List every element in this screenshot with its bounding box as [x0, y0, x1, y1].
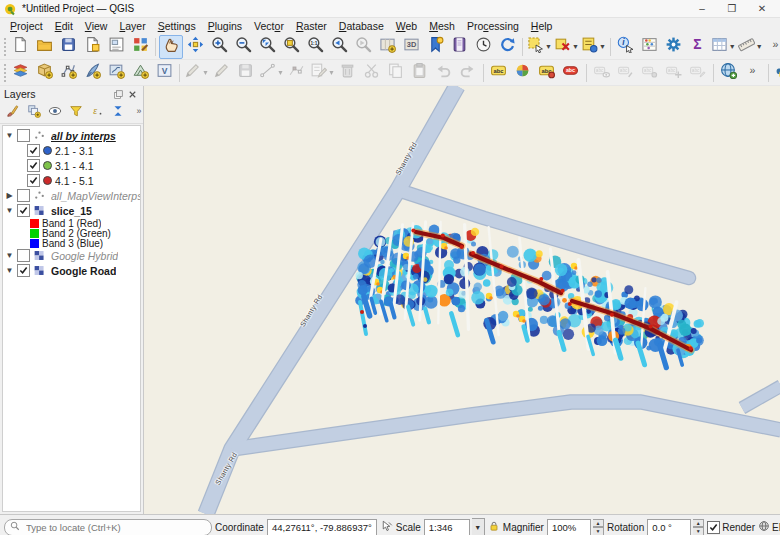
lock-scale-icon[interactable]: [488, 520, 500, 534]
new-spatial-bookmark-button[interactable]: [423, 35, 447, 59]
layer-visibility-checkbox[interactable]: [17, 129, 30, 142]
dropdown-arrow-icon[interactable]: ▼: [277, 69, 284, 76]
new-mesh-layer-button[interactable]: [128, 61, 152, 85]
python-console-button[interactable]: [772, 61, 780, 85]
measure-line-button[interactable]: ▼: [737, 35, 764, 59]
symbol-class-row[interactable]: 2.1 - 3.1: [3, 143, 140, 158]
layer-row[interactable]: ▼Google Road: [3, 263, 140, 278]
layer-row[interactable]: ▶all_MapViewInterps: [3, 188, 140, 203]
dropdown-arrow-icon[interactable]: ▼: [545, 43, 552, 50]
new-map-view-button[interactable]: [375, 35, 399, 59]
field-calculator-button[interactable]: [638, 35, 662, 59]
rotation-spinner[interactable]: ▲▼: [693, 519, 704, 535]
layer-row[interactable]: ▼all by interps: [3, 128, 140, 143]
filter-by-expression-button[interactable]: ε: [86, 102, 107, 123]
menu-plugins[interactable]: Plugins: [202, 19, 248, 33]
processing-toolbox-button[interactable]: [662, 35, 686, 59]
manage-map-themes-button[interactable]: [44, 102, 65, 123]
rotation-value[interactable]: 0.0 °: [647, 519, 691, 535]
zoom-full-button[interactable]: [255, 35, 279, 59]
pan-to-selection-button[interactable]: [183, 35, 207, 59]
dropdown-arrow-icon[interactable]: ▼: [599, 43, 606, 50]
statistical-summary-button[interactable]: Σ: [686, 35, 710, 59]
menu-help[interactable]: Help: [525, 19, 559, 33]
expander-icon[interactable]: ▼: [5, 251, 14, 260]
render-checkbox[interactable]: [707, 521, 720, 534]
new-virtual-layer-button[interactable]: V: [152, 61, 176, 85]
menu-settings[interactable]: Settings: [152, 19, 202, 33]
layer-label[interactable]: all by interps: [51, 130, 116, 142]
menu-view[interactable]: View: [79, 19, 114, 33]
new-temporary-scratch-layer-button[interactable]: [104, 61, 128, 85]
layer-labeling-options-button[interactable]: abc: [487, 61, 511, 85]
menu-raster[interactable]: Raster: [290, 19, 333, 33]
scale-value[interactable]: 1:346: [424, 519, 470, 535]
layer-row[interactable]: ▼slice_15: [3, 203, 140, 218]
select-features-button[interactable]: ▼: [526, 35, 553, 59]
dropdown-arrow-icon[interactable]: ▼: [328, 69, 335, 76]
symbol-class-row[interactable]: 4.1 - 5.1: [3, 173, 140, 188]
expander-icon[interactable]: ▼: [5, 206, 14, 215]
layer-diagram-options-button[interactable]: [511, 61, 535, 85]
class-visibility-checkbox[interactable]: [27, 159, 40, 172]
locate-input[interactable]: [24, 521, 206, 534]
label-highlight-options-button[interactable]: abc: [559, 61, 583, 85]
close-button[interactable]: ✕: [748, 1, 776, 16]
new-spatialite-layer-button[interactable]: [80, 61, 104, 85]
menu-processing[interactable]: Processing: [461, 19, 525, 33]
zoom-last-button[interactable]: [327, 35, 351, 59]
menu-web[interactable]: Web: [390, 19, 423, 33]
layer-label[interactable]: Google Hybrid: [51, 250, 118, 262]
expander-icon[interactable]: ▶: [5, 191, 14, 200]
map-canvas[interactable]: Shanty RdShanty RdShanty Rd: [144, 86, 780, 514]
open-layer-styling-button[interactable]: [2, 102, 23, 123]
new-shapefile-layer-button[interactable]: [56, 61, 80, 85]
layer-visibility-checkbox[interactable]: [17, 189, 30, 202]
dropdown-arrow-icon[interactable]: ▼: [729, 43, 736, 50]
open-project-button[interactable]: [32, 35, 56, 59]
show-spatial-bookmarks-button[interactable]: [447, 35, 471, 59]
temporal-controller-button[interactable]: [471, 35, 495, 59]
add-group-button[interactable]: [23, 102, 44, 123]
dropdown-arrow-icon[interactable]: ▼: [756, 43, 763, 50]
crs-status-button[interactable]: EPSG:4326: [758, 520, 780, 534]
minimize-button[interactable]: –: [688, 1, 716, 16]
style-manager-button[interactable]: [128, 35, 152, 59]
menu-layer[interactable]: Layer: [113, 19, 151, 33]
class-visibility-checkbox[interactable]: [27, 144, 40, 157]
open-attribute-table-button[interactable]: ▼: [710, 35, 737, 59]
expander-icon[interactable]: ▼: [5, 131, 14, 140]
magnifier-spinner[interactable]: ▲▼: [593, 519, 604, 535]
menu-vector[interactable]: Vector: [248, 19, 290, 33]
extents-pointer-icon[interactable]: [380, 520, 393, 535]
layer-label[interactable]: Google Road: [51, 265, 116, 277]
menu-edit[interactable]: Edit: [49, 19, 79, 33]
locate-box[interactable]: [4, 519, 212, 535]
menu-mesh[interactable]: Mesh: [423, 19, 461, 33]
expand-collapse-tree-button[interactable]: [107, 102, 128, 123]
scale-dropdown-button[interactable]: ▼: [472, 518, 485, 535]
pan-map-button[interactable]: [159, 35, 183, 59]
deselect-features-button[interactable]: ▼: [553, 35, 580, 59]
zoom-native-button[interactable]: 1:1: [303, 35, 327, 59]
pin-labels-options-button[interactable]: abc: [535, 61, 559, 85]
class-visibility-checkbox[interactable]: [27, 174, 40, 187]
float-panel-icon[interactable]: [111, 88, 125, 101]
layer-label[interactable]: all_MapViewInterps: [51, 190, 140, 202]
identify-features-button[interactable]: i: [614, 35, 638, 59]
save-project-button[interactable]: [56, 35, 80, 59]
new-3d-map-view-button[interactable]: 3D: [399, 35, 423, 59]
toolbar-overflow-button[interactable]: »: [764, 35, 780, 59]
layer-visibility-checkbox[interactable]: [17, 204, 30, 217]
layer-label[interactable]: slice_15: [51, 205, 92, 217]
coordinate-value[interactable]: 44,27611°, -79.886937°: [267, 519, 377, 535]
close-panel-icon[interactable]: [125, 88, 139, 101]
dropdown-arrow-icon[interactable]: ▼: [572, 43, 579, 50]
menu-database[interactable]: Database: [333, 19, 390, 33]
expander-icon[interactable]: ▼: [5, 266, 14, 275]
zoom-in-button[interactable]: [207, 35, 231, 59]
select-by-form-button[interactable]: ▼: [580, 35, 607, 59]
menu-project[interactable]: Project: [4, 19, 49, 33]
filter-legend-button[interactable]: [65, 102, 86, 123]
toolbar-overflow-button[interactable]: »: [741, 61, 765, 85]
